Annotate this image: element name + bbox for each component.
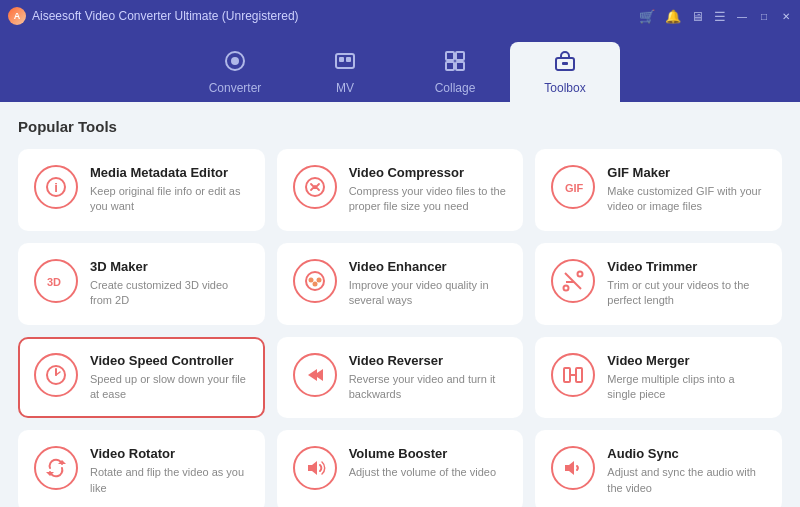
svg-point-23	[578, 271, 583, 276]
gif-maker-name: GIF Maker	[607, 165, 766, 180]
maximize-button[interactable]: □	[758, 10, 770, 22]
svg-point-16	[306, 272, 324, 290]
svg-text:GIF: GIF	[565, 182, 584, 194]
tools-grid: iMedia Metadata EditorKeep original file…	[18, 149, 782, 507]
svg-rect-5	[446, 52, 454, 60]
tab-mv[interactable]: MV	[290, 42, 400, 102]
minimize-button[interactable]: —	[736, 10, 748, 22]
nav-bar: Converter MV Collage	[0, 32, 800, 102]
svg-marker-33	[565, 461, 574, 475]
converter-icon	[224, 50, 246, 77]
svg-marker-32	[308, 461, 317, 475]
bell-icon[interactable]: 🔔	[665, 9, 681, 24]
tool-card-video-compressor[interactable]: Video CompressorCompress your video file…	[277, 149, 524, 231]
tab-toolbox[interactable]: Toolbox	[510, 42, 620, 102]
tool-card-media-metadata[interactable]: iMedia Metadata EditorKeep original file…	[18, 149, 265, 231]
media-metadata-icon: i	[34, 165, 78, 209]
svg-rect-4	[346, 57, 351, 62]
video-compressor-desc: Compress your video files to the proper …	[349, 184, 508, 215]
collage-icon	[444, 50, 466, 77]
video-rotator-icon	[34, 446, 78, 490]
tool-card-video-trimmer[interactable]: Video TrimmerTrim or cut your videos to …	[535, 243, 782, 325]
main-content: Popular Tools iMedia Metadata EditorKeep…	[0, 102, 800, 507]
video-compressor-info: Video CompressorCompress your video file…	[349, 165, 508, 215]
svg-point-22	[564, 285, 569, 290]
video-trimmer-icon	[551, 259, 595, 303]
tab-collage[interactable]: Collage	[400, 42, 510, 102]
svg-rect-28	[576, 368, 582, 382]
svg-text:i: i	[54, 180, 58, 195]
title-bar: A Aiseesoft Video Converter Ultimate (Un…	[0, 0, 800, 32]
3d-maker-name: 3D Maker	[90, 259, 249, 274]
video-reverser-name: Video Reverser	[349, 353, 508, 368]
cart-icon[interactable]: 🛒	[639, 9, 655, 24]
app-title: Aiseesoft Video Converter Ultimate (Unre…	[32, 9, 299, 23]
3d-maker-desc: Create customized 3D video from 2D	[90, 278, 249, 309]
screen-icon[interactable]: 🖥	[691, 9, 704, 24]
video-trimmer-name: Video Trimmer	[607, 259, 766, 274]
tab-converter[interactable]: Converter	[180, 42, 290, 102]
video-reverser-desc: Reverse your video and turn it backwards	[349, 372, 508, 403]
window-controls: 🛒 🔔 🖥 ☰ — □ ✕	[639, 9, 792, 24]
video-rotator-info: Video RotatorRotate and flip the video a…	[90, 446, 249, 496]
video-trimmer-desc: Trim or cut your videos to the perfect l…	[607, 278, 766, 309]
video-rotator-name: Video Rotator	[90, 446, 249, 461]
svg-rect-10	[562, 62, 568, 65]
tool-card-3d-maker[interactable]: 3D3D MakerCreate customized 3D video fro…	[18, 243, 265, 325]
volume-booster-name: Volume Booster	[349, 446, 508, 461]
3d-maker-info: 3D MakerCreate customized 3D video from …	[90, 259, 249, 309]
video-enhancer-desc: Improve your video quality in several wa…	[349, 278, 508, 309]
tool-card-audio-sync[interactable]: Audio SyncAdjust and sync the audio with…	[535, 430, 782, 507]
tool-card-volume-booster[interactable]: Volume BoosterAdjust the volume of the v…	[277, 430, 524, 507]
gif-maker-icon: GIF	[551, 165, 595, 209]
video-speed-desc: Speed up or slow down your file at ease	[90, 372, 249, 403]
tool-card-gif-maker[interactable]: GIFGIF MakerMake customized GIF with you…	[535, 149, 782, 231]
tool-card-video-merger[interactable]: Video MergerMerge multiple clips into a …	[535, 337, 782, 419]
video-trimmer-info: Video TrimmerTrim or cut your videos to …	[607, 259, 766, 309]
media-metadata-name: Media Metadata Editor	[90, 165, 249, 180]
svg-point-17	[308, 277, 313, 282]
converter-label: Converter	[209, 81, 262, 95]
menu-icon[interactable]: ☰	[714, 9, 726, 24]
3d-maker-icon: 3D	[34, 259, 78, 303]
volume-booster-info: Volume BoosterAdjust the volume of the v…	[349, 446, 508, 480]
svg-rect-3	[339, 57, 344, 62]
video-compressor-icon	[293, 165, 337, 209]
volume-booster-icon	[293, 446, 337, 490]
gif-maker-desc: Make customized GIF with your video or i…	[607, 184, 766, 215]
gif-maker-info: GIF MakerMake customized GIF with your v…	[607, 165, 766, 215]
toolbox-icon	[554, 50, 576, 77]
svg-point-19	[312, 281, 317, 286]
video-merger-desc: Merge multiple clips into a single piece	[607, 372, 766, 403]
media-metadata-desc: Keep original file info or edit as you w…	[90, 184, 249, 215]
video-enhancer-info: Video EnhancerImprove your video quality…	[349, 259, 508, 309]
tool-card-video-reverser[interactable]: Video ReverserReverse your video and tur…	[277, 337, 524, 419]
video-reverser-icon	[293, 353, 337, 397]
svg-point-1	[231, 57, 239, 65]
close-button[interactable]: ✕	[780, 10, 792, 22]
tool-card-video-speed[interactable]: Video Speed ControllerSpeed up or slow d…	[18, 337, 265, 419]
svg-rect-7	[446, 62, 454, 70]
video-compressor-name: Video Compressor	[349, 165, 508, 180]
svg-rect-2	[336, 54, 354, 68]
mv-icon	[334, 50, 356, 77]
svg-rect-8	[456, 62, 464, 70]
media-metadata-info: Media Metadata EditorKeep original file …	[90, 165, 249, 215]
video-rotator-desc: Rotate and flip the video as you like	[90, 465, 249, 496]
video-speed-name: Video Speed Controller	[90, 353, 249, 368]
video-speed-icon	[34, 353, 78, 397]
audio-sync-name: Audio Sync	[607, 446, 766, 461]
toolbox-label: Toolbox	[544, 81, 585, 95]
section-title: Popular Tools	[18, 118, 782, 135]
mv-label: MV	[336, 81, 354, 95]
tool-card-video-enhancer[interactable]: Video EnhancerImprove your video quality…	[277, 243, 524, 325]
svg-rect-6	[456, 52, 464, 60]
app-logo: A	[8, 7, 26, 25]
video-speed-info: Video Speed ControllerSpeed up or slow d…	[90, 353, 249, 403]
video-reverser-info: Video ReverserReverse your video and tur…	[349, 353, 508, 403]
title-bar-left: A Aiseesoft Video Converter Ultimate (Un…	[8, 7, 299, 25]
collage-label: Collage	[435, 81, 476, 95]
tool-card-video-rotator[interactable]: Video RotatorRotate and flip the video a…	[18, 430, 265, 507]
video-enhancer-icon	[293, 259, 337, 303]
video-merger-icon	[551, 353, 595, 397]
